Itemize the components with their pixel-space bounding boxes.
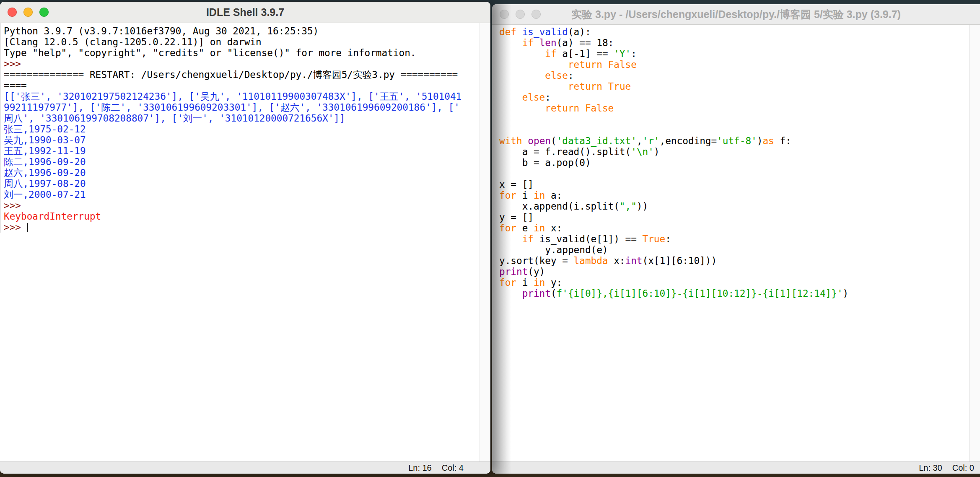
shell-line: >>> xyxy=(4,58,490,69)
minimize-button[interactable] xyxy=(516,10,525,19)
shell-line: [['张三', '320102197502124236'], ['吴九', '1… xyxy=(4,91,490,102)
shell-line: >>> xyxy=(4,222,490,233)
editor-titlebar[interactable]: 实验 3.py - /Users/chengxueli/Desktop/py./… xyxy=(492,4,980,25)
code-line: for e in x: xyxy=(499,223,980,233)
code-line: print(y) xyxy=(499,266,980,277)
text-cursor xyxy=(27,223,28,232)
shell-window-title: IDLE Shell 3.9.7 xyxy=(206,6,284,18)
shell-line: 周八', '330106199708208807'], ['刘一', '3101… xyxy=(4,113,490,124)
code-line xyxy=(499,114,980,124)
code-line xyxy=(499,124,980,135)
code-line: if a[-1] == 'Y': xyxy=(499,48,980,59)
shell-line-indicator: Ln: 16 xyxy=(408,463,432,473)
code-line: y.append(e) xyxy=(499,244,980,255)
shell-col-indicator: Col: 4 xyxy=(442,463,464,473)
zoom-button[interactable] xyxy=(39,8,49,17)
shell-output-area[interactable]: Python 3.9.7 (v3.9.7:1016ef3790, Aug 30 … xyxy=(0,23,490,461)
close-button[interactable] xyxy=(500,10,509,19)
code-line: return False xyxy=(499,59,980,70)
code-line: y = [] xyxy=(499,212,980,223)
minimize-button[interactable] xyxy=(23,8,33,17)
shell-titlebar[interactable]: IDLE Shell 3.9.7 xyxy=(0,2,490,23)
idle-shell-window: IDLE Shell 3.9.7 Python 3.9.7 (v3.9.7:10… xyxy=(0,2,490,474)
code-line: return True xyxy=(499,81,980,92)
code-line: x.append(i.split(",")) xyxy=(499,201,980,212)
editor-window: 实验 3.py - /Users/chengxueli/Desktop/py./… xyxy=(492,4,980,474)
shell-line: 赵六,1996-09-20 xyxy=(4,167,490,178)
code-line: def is_valid(a): xyxy=(499,26,980,37)
code-line: else: xyxy=(499,70,980,81)
code-line: x = [] xyxy=(499,179,980,190)
editor-scrollbar[interactable] xyxy=(969,25,980,461)
shell-statusbar: Ln: 16 Col: 4 xyxy=(0,461,490,474)
shell-line: Python 3.9.7 (v3.9.7:1016ef3790, Aug 30 … xyxy=(4,26,490,36)
code-line: y.sort(key = lambda x:int(x[1][6:10])) xyxy=(499,255,980,266)
code-line: for i in a: xyxy=(499,190,980,201)
editor-line-indicator: Ln: 30 xyxy=(919,463,942,473)
code-line: else: xyxy=(499,92,980,103)
code-line xyxy=(499,168,980,179)
shell-line: 99211197977'], ['陈二', '33010619960920330… xyxy=(4,102,490,113)
shell-line: 吴九,1990-03-07 xyxy=(4,135,490,145)
traffic-lights xyxy=(8,2,49,23)
code-line: if is_valid(e[1]) == True: xyxy=(499,233,980,244)
shell-line: ==== xyxy=(4,80,490,91)
shell-line: ============== RESTART: /Users/chengxuel… xyxy=(4,69,490,80)
shell-line: >>> xyxy=(4,200,490,211)
shell-line: 陈二,1996-09-20 xyxy=(4,156,490,167)
code-lines: def is_valid(a): if len(a) == 18: if a[-… xyxy=(492,25,980,299)
code-line: with open('data3_id.txt','r',encoding='u… xyxy=(499,135,980,146)
editor-window-title: 实验 3.py - /Users/chengxueli/Desktop/py./… xyxy=(571,8,901,21)
shell-line: Type "help", "copyright", "credits" or "… xyxy=(4,47,490,58)
code-line: if len(a) == 18: xyxy=(499,37,980,48)
shell-line: 周八,1997-08-20 xyxy=(4,178,490,189)
shell-line: 刘一,2000-07-21 xyxy=(4,189,490,200)
shell-line: 张三,1975-02-12 xyxy=(4,124,490,135)
zoom-button[interactable] xyxy=(531,10,541,19)
shell-line: [Clang 12.0.5 (clang-1205.0.22.11)] on d… xyxy=(4,36,490,47)
close-button[interactable] xyxy=(8,8,17,17)
code-line: return False xyxy=(499,103,980,114)
code-editor-area[interactable]: def is_valid(a): if len(a) == 18: if a[-… xyxy=(492,25,980,461)
editor-col-indicator: Col: 0 xyxy=(952,463,974,473)
code-line: for i in y: xyxy=(499,277,980,288)
editor-statusbar: Ln: 30 Col: 0 xyxy=(492,461,980,474)
code-line: print(f'{i[0]},{i[1][6:10]}-{i[1][10:12]… xyxy=(499,288,980,299)
shell-scrollbar[interactable] xyxy=(480,23,490,461)
shell-lines: Python 3.9.7 (v3.9.7:1016ef3790, Aug 30 … xyxy=(0,23,490,233)
code-line: a = f.read().split('\n') xyxy=(499,146,980,157)
code-line: b = a.pop(0) xyxy=(499,157,980,168)
shell-line: KeyboardInterrupt xyxy=(4,211,490,222)
traffic-lights-inactive xyxy=(500,4,541,24)
shell-line: 王五,1992-11-19 xyxy=(4,145,490,156)
